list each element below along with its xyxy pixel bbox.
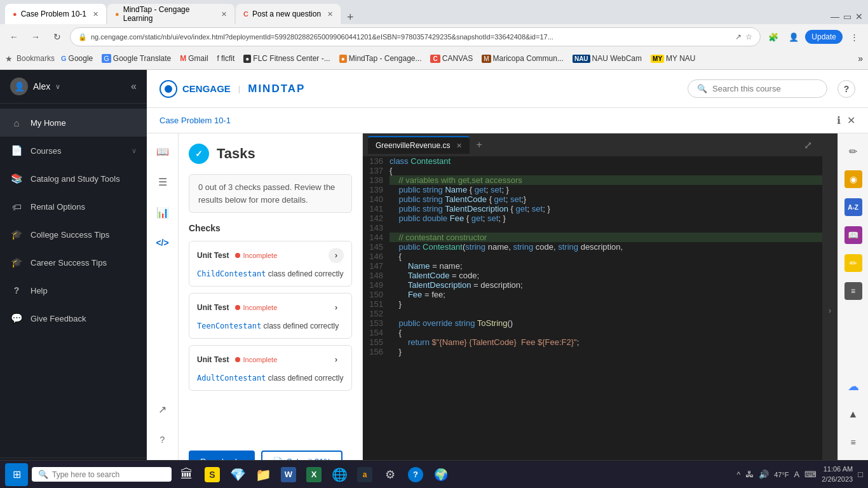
sidebar-item-career-tips[interactable]: 🎓 Career Success Tips <box>0 248 147 276</box>
right-panel-list-btn[interactable]: ≡ <box>843 432 864 452</box>
help-nav-icon: ? <box>10 284 23 297</box>
taskbar-clock[interactable]: 11:06 AM 2/26/2023 <box>822 464 853 484</box>
code-btn[interactable]: </> <box>153 233 173 253</box>
back-button[interactable]: ← <box>5 28 23 46</box>
help-button[interactable]: ? <box>837 80 855 98</box>
restore-browser-btn[interactable]: ▭ <box>843 11 851 22</box>
sidebar-item-catalog[interactable]: 📚 Catalog and Study Tools <box>0 165 147 193</box>
taskbar-app-building[interactable]: 🏛 <box>175 463 198 486</box>
check-item-1-header[interactable]: Unit Test Incomplete › <box>189 241 351 269</box>
bookmarks-more[interactable]: » <box>858 53 863 64</box>
right-panel-highlight-btn[interactable]: ≡ <box>843 281 864 301</box>
taskbar-app-folder[interactable]: 📁 <box>252 463 275 486</box>
extensions-btn[interactable]: 🧩 <box>764 28 782 46</box>
code-line-140: 140 public string TalentCode { get; set;… <box>363 194 822 204</box>
taskbar-app-pink[interactable]: 💎 <box>226 463 249 486</box>
info-button[interactable]: ℹ <box>837 114 841 126</box>
bookmark-flcfitness[interactable]: ● FLC Fitness Center -... <box>241 53 332 64</box>
address-bar[interactable]: 🔒 ng.cengage.com/static/nb/ui/evo/index.… <box>70 27 761 46</box>
network-icon[interactable]: 🖧 <box>745 470 754 479</box>
editor-tab-greenville[interactable]: GreenvilleRevenue.cs ✕ <box>368 136 470 154</box>
taskbar-app-s[interactable]: S <box>201 463 224 486</box>
editor-expand-btn[interactable]: ⤢ <box>799 139 817 151</box>
sidebar-item-feedback[interactable]: 💬 Give Feedback <box>0 304 147 332</box>
bookmark-nau-webcam[interactable]: NAU NAU WebCam <box>570 53 644 64</box>
check-item-3-header[interactable]: Unit Test Incomplete › <box>189 346 351 374</box>
start-button[interactable]: ⊞ <box>5 463 28 486</box>
code-scroll[interactable]: 136 class Contestant 137 { 138 // variab… <box>363 156 822 464</box>
tab-case-problem[interactable]: ● Case Problem 10-1 ✕ <box>5 4 106 24</box>
star-icon[interactable]: ☆ <box>745 32 752 41</box>
taskbar-app-chrome[interactable]: 🌐 <box>328 463 351 486</box>
taskbar-app-amazon[interactable]: a <box>353 463 376 486</box>
check2-expand-btn[interactable]: › <box>329 300 344 315</box>
tab-mindtap[interactable]: ● MindTap - Cengage Learning ✕ <box>107 4 234 24</box>
profile-btn[interactable]: 👤 <box>785 28 803 46</box>
bookmark-translate[interactable]: G Google Translate <box>99 53 173 64</box>
close-browser-btn[interactable]: ✕ <box>855 11 863 22</box>
add-tab-btn[interactable]: + <box>472 139 485 151</box>
mindtap-bm-icon: ● <box>339 55 347 63</box>
check3-expand-btn[interactable]: › <box>329 352 344 367</box>
share-panel-btn[interactable]: ↗ <box>153 399 173 419</box>
bookmark-canvas[interactable]: C CANVAS <box>428 53 475 64</box>
notification-icon[interactable]: □ <box>858 470 863 479</box>
minimize-browser-btn[interactable]: — <box>831 11 839 22</box>
bookmark-flcfit[interactable]: f flcfit <box>215 53 238 64</box>
taskbar-search-input[interactable] <box>52 470 165 479</box>
tab-close-icon[interactable]: ✕ <box>456 142 462 150</box>
right-panel-cloud-btn[interactable]: ☁ <box>843 376 864 396</box>
menu-btn[interactable]: ⋮ <box>845 28 863 46</box>
bookmark-mynau[interactable]: MY MY NAU <box>648 53 698 64</box>
taskbar-app-word[interactable]: W <box>277 463 300 486</box>
share-icon[interactable]: ↗ <box>735 32 742 41</box>
right-panel-pencil-btn[interactable]: ✏ <box>843 141 864 161</box>
sidebar-item-help[interactable]: ? Help <box>0 276 147 304</box>
taskbar-app-excel[interactable]: X <box>302 463 325 486</box>
bookmark-gmail[interactable]: M Gmail <box>177 53 210 64</box>
check-item-2-header[interactable]: Unit Test Incomplete › <box>189 294 351 322</box>
right-panel-rss-btn[interactable]: ◉ <box>843 169 864 189</box>
right-panel-gdrive-btn[interactable]: ▲ <box>843 404 864 424</box>
close-content-button[interactable]: ✕ <box>847 114 855 126</box>
sidebar-item-college-tips[interactable]: 🎓 College Success Tips <box>0 220 147 248</box>
bookmark-mindtap[interactable]: ● MindTap - Cengage... <box>337 53 424 64</box>
new-tab-button[interactable]: + <box>342 11 359 24</box>
tab2-close[interactable]: ✕ <box>221 10 227 18</box>
keyboard-icon[interactable]: ⌨ <box>804 470 817 479</box>
tab-post-question[interactable]: C Post a new question ✕ <box>236 4 341 24</box>
speaker-icon[interactable]: 🔊 <box>759 470 769 479</box>
search-bar[interactable]: 🔍 <box>688 79 827 98</box>
sidebar-item-courses[interactable]: 📄 Courses ∨ <box>0 137 147 165</box>
bookmark-google[interactable]: G Google <box>58 53 95 64</box>
editor-collapse-panel[interactable]: › <box>822 133 837 488</box>
sidebar-item-rental[interactable]: 🏷 Rental Options <box>0 193 147 220</box>
breadcrumb[interactable]: Case Problem 10-1 <box>159 116 231 125</box>
language-icon[interactable]: A <box>794 470 800 479</box>
book-view-btn[interactable]: 📖 <box>153 141 173 161</box>
sys-tray-arrow[interactable]: ^ <box>737 470 741 479</box>
weather-temp[interactable]: 47°F <box>774 471 789 478</box>
update-button[interactable]: Update <box>805 30 843 44</box>
app: 👤 Alex ∨ « ⌂ My Home 📄 Courses ∨ 📚 Catal… <box>0 70 868 488</box>
user-info[interactable]: 👤 Alex ∨ <box>10 78 60 95</box>
right-panel-az-btn[interactable]: A-Z <box>843 197 864 217</box>
tab3-close[interactable]: ✕ <box>327 10 333 18</box>
chart-btn[interactable]: 📊 <box>153 202 173 222</box>
bookmark-maricopa[interactable]: M Maricopa Commun... <box>479 53 566 64</box>
taskbar-app-globe[interactable]: 🌍 <box>430 463 452 486</box>
question-panel-btn[interactable]: ? <box>153 430 173 450</box>
right-panel-notes-btn[interactable]: ✏ <box>843 253 864 273</box>
sidebar-item-my-home[interactable]: ⌂ My Home <box>0 109 147 137</box>
list-view-btn[interactable]: ☰ <box>153 172 173 192</box>
right-panel-book-btn[interactable]: 📖 <box>843 225 864 245</box>
taskbar-app-help[interactable]: ? <box>404 463 427 486</box>
taskbar-search[interactable]: 🔍 <box>32 467 172 482</box>
check1-expand-btn[interactable]: › <box>329 248 344 263</box>
tab1-close[interactable]: ✕ <box>93 10 98 18</box>
forward-button[interactable]: → <box>27 28 44 46</box>
sidebar-collapse-btn[interactable]: « <box>131 81 137 92</box>
search-input[interactable] <box>712 84 819 93</box>
taskbar-app-settings[interactable]: ⚙ <box>379 463 402 486</box>
refresh-button[interactable]: ↻ <box>48 28 66 46</box>
